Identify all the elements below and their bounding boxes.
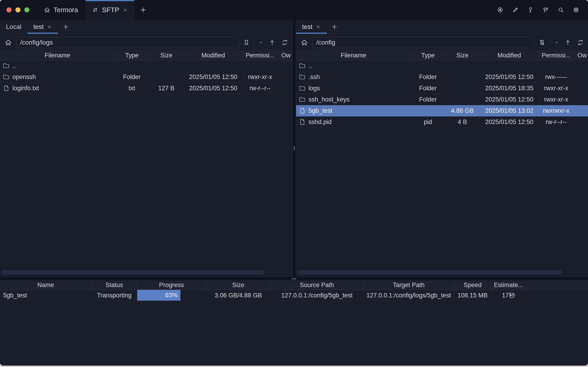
left-new-session-button[interactable] — [58, 20, 73, 34]
column-header-estimate[interactable]: Estimate... — [491, 281, 526, 290]
column-header-permissions[interactable]: Permissi... — [539, 51, 574, 60]
column-header-target-path[interactable]: Target Path — [363, 281, 454, 290]
traffic-lights — [0, 0, 36, 20]
table-row-selected[interactable]: 5gb_test 4.88 GB 2025/01/05 13:02 rwxrwx… — [296, 105, 588, 117]
new-tab-button[interactable] — [135, 0, 152, 20]
pane-split-handle[interactable] — [292, 20, 296, 277]
search-icon — [557, 6, 564, 13]
filename: ssh_host_keys — [308, 96, 350, 103]
maximize-window-button[interactable] — [24, 7, 29, 12]
scrollbar-thumb[interactable] — [298, 270, 562, 275]
file-permissions: rwx------ — [539, 71, 574, 83]
left-pane-tabs: Local test — [0, 20, 292, 34]
tab-test-right[interactable]: test — [296, 20, 327, 34]
left-pane: Local test — [0, 20, 292, 277]
right-path-bar — [296, 34, 588, 51]
table-row[interactable]: logs Folder 2025/01/05 18:35 rwxr-xr-x — [296, 83, 588, 94]
file-type: Folder — [411, 71, 445, 83]
filename: .ssh — [308, 74, 320, 81]
left-parent-dir-button[interactable] — [267, 38, 277, 47]
chevron-down-icon — [259, 40, 263, 45]
tab-label: test — [33, 23, 44, 31]
arrow-up-icon — [564, 39, 571, 46]
tab-label: test — [302, 23, 312, 31]
column-header-speed[interactable]: Speed — [454, 281, 491, 290]
column-header-size[interactable]: Size — [445, 51, 480, 60]
transfer-status: Transporting — [92, 290, 137, 301]
settings-button[interactable] — [570, 4, 582, 16]
column-header-type[interactable]: Type — [115, 51, 149, 60]
keys-button[interactable] — [525, 4, 537, 16]
right-bookmark-menu-button[interactable] — [553, 38, 560, 47]
title-bar: Termora SFTP — [0, 0, 588, 20]
right-new-session-button[interactable] — [327, 20, 342, 34]
transfer-row[interactable]: 5gb_test Transporting 63% 3.06 GB/4.88 G… — [0, 290, 588, 301]
column-header-size[interactable]: Size — [206, 281, 271, 290]
right-home-button[interactable] — [299, 37, 309, 48]
column-header-modified[interactable]: Modified — [480, 51, 539, 60]
right-table-empty-area — [296, 128, 588, 277]
left-table-empty-area — [0, 94, 292, 277]
right-bookmark-button[interactable] — [537, 38, 547, 47]
close-icon[interactable] — [122, 7, 128, 13]
right-file-table: Filename Type Size Modified Permissi... … — [296, 51, 588, 128]
table-row[interactable]: .. — [0, 60, 292, 71]
transfer-panel-split-handle[interactable] — [0, 277, 588, 281]
column-header-source-path[interactable]: Source Path — [271, 281, 363, 290]
table-row[interactable]: loginfo.txt txt 127 B 2025/01/05 12:50 r… — [0, 83, 292, 94]
folder-icon — [299, 74, 306, 80]
table-row[interactable]: openssh Folder 2025/01/05 12:50 rwxr-xr-… — [0, 71, 292, 83]
refresh-icon — [577, 39, 584, 46]
file-icon — [299, 118, 306, 125]
filename: openssh — [12, 74, 36, 81]
left-path-input[interactable] — [16, 37, 239, 48]
transfer-progress-cell: 63% — [137, 290, 206, 301]
left-home-button[interactable] — [3, 37, 13, 48]
folder-icon — [3, 62, 10, 69]
table-row[interactable]: sshd.pid pid 4 B 2025/01/05 12:50 rw-r--… — [296, 117, 588, 128]
gear-icon — [573, 6, 579, 13]
column-header-size[interactable]: Size — [149, 51, 184, 60]
table-row[interactable]: .. — [296, 60, 588, 71]
table-row[interactable]: .ssh Folder 2025/01/05 12:50 rwx------ — [296, 71, 588, 83]
search-button[interactable] — [555, 4, 567, 16]
tab-sftp[interactable]: SFTP — [85, 0, 135, 20]
left-bookmark-button[interactable] — [242, 38, 251, 47]
column-header-filename[interactable]: Filename — [296, 51, 411, 60]
column-header-name[interactable]: Name — [0, 281, 92, 290]
column-header-type[interactable]: Type — [411, 51, 445, 60]
column-header-filename[interactable]: Filename — [0, 51, 115, 60]
left-refresh-button[interactable] — [280, 38, 290, 47]
right-pane-tabs: test — [296, 20, 588, 34]
column-header-status[interactable]: Status — [92, 281, 137, 290]
minimize-window-button[interactable] — [15, 7, 20, 12]
tab-local[interactable]: Local — [0, 20, 27, 34]
right-parent-dir-button[interactable] — [563, 38, 573, 47]
titlebar-actions — [494, 0, 588, 20]
tab-test-left[interactable]: test — [27, 20, 58, 34]
column-header-owner[interactable]: Ow — [278, 51, 292, 60]
column-header-owner[interactable]: Ow — [574, 51, 588, 60]
app-home-tab[interactable]: Termora — [36, 0, 85, 20]
edit-button[interactable] — [509, 4, 521, 16]
column-header-progress[interactable]: Progress — [137, 281, 206, 290]
record-button[interactable] — [494, 4, 506, 16]
file-modified: 2025/01/05 12:50 — [184, 83, 243, 94]
column-header-permissions[interactable]: Permissi... — [243, 51, 278, 60]
close-window-button[interactable] — [7, 7, 11, 12]
right-path-input[interactable] — [312, 37, 534, 48]
scrollbar-thumb[interactable] — [1, 270, 264, 275]
close-icon[interactable] — [47, 24, 52, 30]
folder-icon — [299, 62, 306, 69]
column-header-modified[interactable]: Modified — [184, 51, 243, 60]
filename: .. — [308, 62, 312, 69]
branch-button[interactable] — [540, 4, 552, 16]
file-permissions: rw-r--r-- — [539, 117, 574, 128]
left-bookmark-menu-button[interactable] — [257, 38, 264, 47]
file-permissions: rwxr-xr-x — [539, 94, 574, 105]
right-refresh-button[interactable] — [576, 38, 585, 47]
transfer-arrows-icon — [92, 6, 99, 13]
table-row[interactable]: ssh_host_keys Folder 2025/01/05 12:50 rw… — [296, 94, 588, 105]
close-icon[interactable] — [315, 24, 321, 30]
progress-bar: 63% — [137, 290, 180, 301]
